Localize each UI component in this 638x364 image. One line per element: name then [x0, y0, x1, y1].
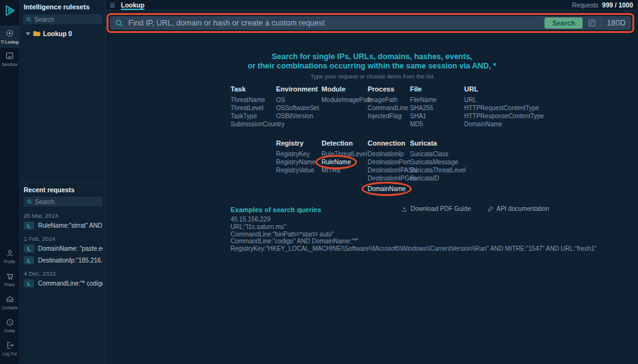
field-item[interactable]: SubmissionCountry — [231, 120, 285, 128]
example-query[interactable]: 45.15.156.229 — [231, 216, 597, 223]
field-item[interactable]: RegistryKey — [276, 150, 315, 158]
examples-links: Download PDF Guide API documentation — [401, 205, 549, 212]
field-item[interactable]: SuricataID — [410, 174, 466, 182]
lookup-search-input[interactable] — [128, 19, 540, 27]
rulesets-search[interactable] — [23, 14, 102, 24]
field-item-domainname-annotated[interactable]: DomainName — [368, 185, 406, 193]
search-button[interactable]: Search — [545, 17, 583, 29]
query-templates-icon[interactable] — [588, 19, 596, 27]
sidebar-item-label: Guide — [4, 329, 15, 333]
field-group-detection: Detection RuleThreatLevel RuleName MITRE — [321, 139, 367, 174]
search-icon — [26, 17, 32, 22]
caret-down-icon[interactable] — [26, 32, 31, 35]
field-item[interactable]: SHA256 — [410, 104, 437, 112]
sidebar-item-sandbox[interactable]: Sandbox — [0, 48, 19, 70]
sidebar-item-label: Profile — [4, 259, 15, 264]
tab-lookup[interactable]: Lookup — [121, 0, 145, 10]
example-query[interactable]: CommandLine:"binPath=*start= auto" — [231, 231, 597, 238]
recent-search[interactable] — [24, 197, 102, 207]
sidebar-item-plans[interactable]: Plans — [0, 268, 19, 291]
recent-search-input[interactable] — [35, 198, 99, 205]
sidebar-item-logout[interactable]: Log Out — [0, 337, 19, 360]
sidebar-item-guide[interactable]: Guide — [0, 314, 19, 337]
field-group-module: Module ModuleImagePath — [321, 85, 372, 104]
tree-item-lookup-0[interactable]: Lookup 0 — [20, 24, 105, 37]
field-group-title: URL — [464, 85, 544, 93]
lookup-search-bar: Search 180D — [110, 16, 631, 30]
field-item[interactable]: FileName — [410, 96, 437, 104]
search-depth-selector[interactable]: 180D — [607, 19, 626, 27]
field-item[interactable]: RegistryName — [276, 158, 315, 166]
recent-request-text: CommandLine:"* codigo... — [38, 280, 103, 287]
link-icon — [487, 206, 493, 212]
recent-request-text: RuleName:"strrat" AND ... — [38, 222, 103, 229]
search-icon — [27, 199, 32, 205]
field-item[interactable]: DomainName — [464, 120, 544, 128]
field-item[interactable]: OS — [276, 96, 319, 104]
intro-headline: Search for single IPs, URLs, domains, ha… — [106, 52, 638, 71]
app-rail: TI Lookup Sandbox Profile — [0, 0, 20, 364]
field-item[interactable]: ImagePath — [368, 96, 408, 104]
api-documentation-link[interactable]: API documentation — [487, 205, 550, 212]
field-item[interactable]: MITRE — [321, 166, 367, 174]
download-icon — [401, 206, 407, 212]
logout-icon — [6, 341, 14, 350]
anyrun-logo-icon[interactable] — [4, 4, 16, 17]
sandbox-icon — [5, 51, 14, 60]
list-menu-icon[interactable] — [109, 2, 116, 9]
requests-counter: Requests 999 / 1000 — [572, 1, 638, 9]
field-group-title: Process — [368, 85, 408, 93]
folder-icon — [33, 30, 40, 37]
field-group-file: File FileName SHA256 SHA1 MD5 — [410, 85, 437, 128]
field-item[interactable]: RegistryValue — [276, 166, 315, 174]
recent-request-item[interactable]: L DestinationIp:"185.216... — [24, 256, 103, 264]
example-query[interactable]: CommandLine:"codigo" AND DomainName:"*" — [231, 238, 597, 245]
field-item[interactable]: ModuleImagePath — [321, 96, 372, 104]
divider — [601, 19, 602, 28]
field-item[interactable]: HTTPResponseContentType — [464, 112, 544, 120]
example-query[interactable]: URL:"l1s.saturn.ms" — [231, 223, 597, 231]
field-item[interactable]: SuricataClass — [410, 150, 466, 158]
field-group-url: URL URL HTTPRequestContentType HTTPRespo… — [464, 85, 544, 128]
sidebar-item-label: Contacts — [2, 306, 18, 310]
field-item[interactable]: CommandLine — [368, 104, 408, 112]
field-item[interactable]: RuleThreatLevel — [321, 150, 367, 158]
sidebar-item-contacts[interactable]: Contacts — [0, 291, 19, 314]
recent-request-item[interactable]: L CommandLine:"* codigo... — [24, 279, 103, 287]
field-group-environment: Environment OS OSSoftwareSet OSBitVersio… — [276, 85, 319, 120]
examples-title: Examples of search queries — [231, 206, 321, 213]
intro-line-1: Search for single IPs, URLs, domains, ha… — [106, 52, 638, 62]
field-item[interactable]: HTTPRequestContentType — [464, 104, 544, 112]
lookup-badge: L — [24, 256, 34, 264]
intro-hint: Type your request or choose items from t… — [106, 73, 638, 80]
rulesets-panel: Intelligence rulesets Lookup 0 Recent re… — [20, 0, 106, 364]
field-item[interactable]: SuricataMessage — [410, 158, 466, 166]
sidebar-item-label: Log Out — [2, 352, 17, 356]
main-header: Lookup Requests 999 / 1000 — [106, 0, 638, 11]
field-item[interactable]: URL — [464, 96, 544, 104]
download-pdf-guide-link[interactable]: Download PDF Guide — [401, 205, 471, 212]
field-item[interactable]: OSSoftwareSet — [276, 104, 319, 112]
field-item[interactable]: InjectedFlag — [368, 112, 408, 120]
example-query[interactable]: RegistryKey:"HKEY_LOCAL_MACHINE\\Softwar… — [231, 245, 597, 253]
envelope-icon — [6, 295, 14, 304]
info-icon — [6, 318, 14, 327]
lookup-badge: L — [24, 245, 34, 253]
field-group-title: Environment — [276, 85, 319, 93]
field-group-title: Detection — [321, 139, 367, 147]
field-item-rulename-annotated[interactable]: RuleName — [321, 158, 351, 166]
recent-request-item[interactable]: L RuleName:"strrat" AND ... — [24, 222, 103, 230]
sidebar-item-ti-lookup[interactable]: TI Lookup — [0, 26, 19, 48]
rulesets-search-input[interactable] — [34, 16, 99, 23]
sidebar-item-profile[interactable]: Profile — [0, 245, 19, 268]
field-group-title: Suricata — [410, 139, 466, 147]
recent-requests-title: Recent requests — [24, 186, 103, 194]
recent-request-item[interactable]: L DomainName: "paste.ee... — [24, 245, 103, 253]
field-group-process: Process ImagePath CommandLine InjectedFl… — [368, 85, 408, 120]
main-area: Lookup Requests 999 / 1000 Search 180D — [106, 0, 638, 364]
field-item[interactable]: OSBitVersion — [276, 112, 319, 120]
field-item[interactable]: SuricataThreatLevel — [410, 166, 466, 174]
field-item[interactable]: SHA1 — [410, 112, 437, 120]
field-item[interactable]: MD5 — [410, 120, 437, 128]
recent-group-date: 4 Dec, 2023 — [24, 270, 103, 277]
